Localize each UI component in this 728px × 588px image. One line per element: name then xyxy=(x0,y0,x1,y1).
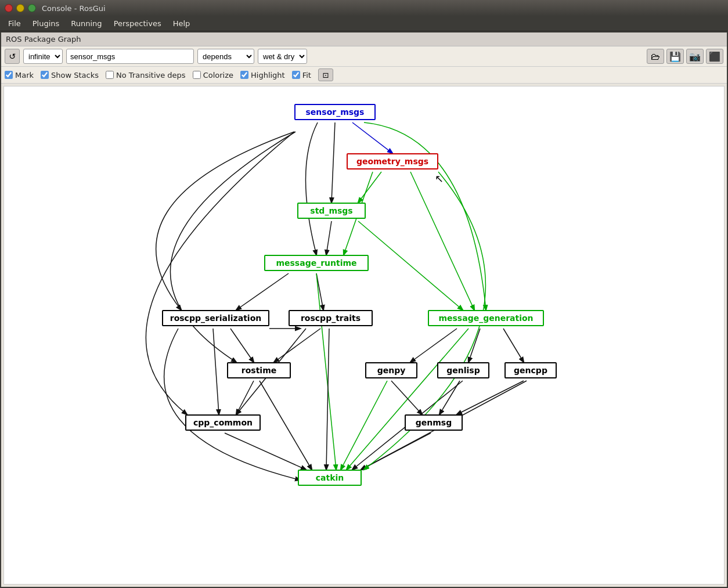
node-roscpp-traits[interactable]: roscpp_traits xyxy=(289,310,373,326)
svg-line-5 xyxy=(326,221,331,255)
svg-line-17 xyxy=(468,329,480,362)
titlebar: Console - RosGui xyxy=(0,0,728,16)
node-genmsg[interactable]: genmsg xyxy=(405,414,463,431)
svg-line-8 xyxy=(316,273,323,310)
menubar: File Plugins Running Perspectives Help xyxy=(0,16,728,31)
fit-icon-button[interactable]: ⊡ xyxy=(318,68,333,81)
refresh-button[interactable]: ↺ xyxy=(5,49,20,64)
node-catkin[interactable]: catkin xyxy=(298,470,362,486)
scope-select[interactable]: wet & dry wet only dry only xyxy=(258,49,307,64)
window-title: Console - RosGui xyxy=(42,4,106,13)
fit-checkbox-label[interactable]: Fit xyxy=(292,71,311,80)
svg-line-19 xyxy=(347,329,468,470)
svg-line-12 xyxy=(213,329,219,414)
fit-label: Fit xyxy=(302,71,311,80)
minimize-button[interactable] xyxy=(16,4,24,12)
node-genpy[interactable]: genpy xyxy=(365,362,417,378)
mark-checkbox[interactable] xyxy=(5,71,13,79)
node-rostime[interactable]: rostime xyxy=(227,362,291,378)
menu-running[interactable]: Running xyxy=(65,17,107,30)
svg-line-2 xyxy=(358,172,381,203)
highlight-label: Highlight xyxy=(251,71,285,80)
save-button[interactable]: 💾 xyxy=(666,49,684,64)
svg-line-11 xyxy=(230,329,254,362)
filter-select[interactable]: depends depends on both xyxy=(197,49,254,64)
depth-select[interactable]: infinite 12345 xyxy=(23,49,63,64)
node-message-runtime[interactable]: message_runtime xyxy=(264,255,369,271)
close-button[interactable] xyxy=(5,4,13,12)
node-message-generation[interactable]: message_generation xyxy=(428,310,544,326)
node-gencpp[interactable]: gencpp xyxy=(504,362,557,378)
highlight-checkbox-label[interactable]: Highlight xyxy=(240,71,285,80)
menu-plugins[interactable]: Plugins xyxy=(27,17,66,30)
show-stacks-label: Show Stacks xyxy=(51,71,99,80)
stop-button[interactable]: ⬛ xyxy=(706,49,723,64)
svg-line-7 xyxy=(236,273,289,310)
colorize-checkbox[interactable] xyxy=(193,71,201,79)
cursor-indicator: ↖ xyxy=(435,172,444,185)
svg-line-27 xyxy=(457,381,524,414)
svg-line-9 xyxy=(316,273,336,470)
mark-checkbox-label[interactable]: Mark xyxy=(5,71,34,80)
node-geometry-msgs[interactable]: geometry_msgs xyxy=(347,153,438,169)
menu-file[interactable]: File xyxy=(2,17,27,30)
svg-line-6 xyxy=(358,221,463,310)
panel-title: ROS Package Graph xyxy=(1,33,727,46)
maximize-button[interactable] xyxy=(28,4,36,12)
svg-line-22 xyxy=(225,433,306,470)
no-transitive-checkbox-label[interactable]: No Transitive deps xyxy=(106,71,186,80)
mark-label: Mark xyxy=(15,71,34,80)
show-stacks-checkbox[interactable] xyxy=(41,71,49,79)
svg-line-18 xyxy=(503,329,524,362)
menu-help[interactable]: Help xyxy=(167,17,196,30)
node-sensor-msgs[interactable]: sensor_msgs xyxy=(294,104,376,120)
node-cpp-common[interactable]: cpp_common xyxy=(185,414,261,431)
svg-line-0 xyxy=(352,122,392,153)
toolbar-row1: ↺ infinite 12345 depends depends on both… xyxy=(1,46,727,67)
svg-line-15 xyxy=(326,329,329,470)
svg-line-29 xyxy=(361,433,431,470)
open-button[interactable]: 🗁 xyxy=(647,49,664,64)
colorize-checkbox-label[interactable]: Colorize xyxy=(193,71,233,80)
svg-line-21 xyxy=(260,381,312,470)
screenshot-button[interactable]: 📷 xyxy=(686,49,704,64)
graph-area[interactable]: sensor_msgs geometry_msgs std_msgs messa… xyxy=(3,86,725,585)
main-window: ROS Package Graph ↺ infinite 12345 depen… xyxy=(1,33,727,587)
svg-line-4 xyxy=(410,172,474,310)
svg-line-13 xyxy=(274,329,320,362)
toolbar-row2: Mark Show Stacks No Transitive deps Colo… xyxy=(1,67,727,84)
package-input[interactable] xyxy=(66,49,194,64)
highlight-checkbox[interactable] xyxy=(240,71,248,79)
svg-line-20 xyxy=(236,381,254,414)
svg-line-24 xyxy=(341,381,387,470)
toolbar-right-buttons: 🗁 💾 📷 ⬛ xyxy=(647,49,723,64)
menu-perspectives[interactable]: Perspectives xyxy=(108,17,167,30)
node-roscpp-serialization[interactable]: roscpp_serialization xyxy=(162,310,269,326)
node-genlisp[interactable]: genlisp xyxy=(437,362,489,378)
colorize-label: Colorize xyxy=(203,71,233,80)
no-transitive-label: No Transitive deps xyxy=(116,71,186,80)
svg-line-25 xyxy=(439,381,460,414)
svg-line-1 xyxy=(331,122,335,203)
svg-line-23 xyxy=(391,381,422,414)
no-transitive-checkbox[interactable] xyxy=(106,71,114,79)
show-stacks-checkbox-label[interactable]: Show Stacks xyxy=(41,71,99,80)
svg-line-16 xyxy=(410,329,457,362)
fit-checkbox[interactable] xyxy=(292,71,300,79)
node-std-msgs[interactable]: std_msgs xyxy=(297,203,366,219)
